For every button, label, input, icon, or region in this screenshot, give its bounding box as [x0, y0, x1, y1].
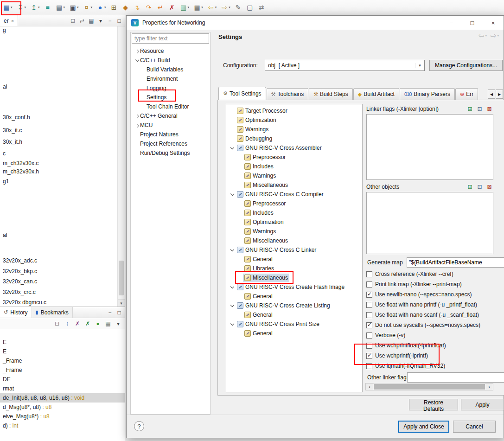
checkbox-row[interactable]: Use newlib-nano (--specs=nano.specs)	[366, 289, 480, 300]
scroll-left-icon[interactable]: ‹	[366, 383, 373, 390]
restore-defaults-button[interactable]: Restore Defaults	[409, 399, 458, 410]
minimize-icon[interactable]: −	[105, 308, 115, 317]
tab-build-artifact[interactable]: ◆ Build Artifact	[353, 88, 399, 100]
help-button[interactable]: ?	[134, 421, 144, 431]
tool-tree-item[interactable]: GNU RISC-V Cross Create Flash Image	[226, 282, 362, 292]
checkbox-row[interactable]: Do not use syscalls (--specs=nosys.specs…	[366, 320, 480, 330]
tab-bookmarks[interactable]: ▮ Bookmarks	[32, 307, 73, 318]
horizontal-scrollbar[interactable]: ‹ ›	[365, 383, 493, 390]
last-edit-icon[interactable]: ✎	[233, 1, 243, 13]
tool-tree-item[interactable]: GNU RISC-V Cross C Compiler	[226, 190, 362, 199]
explorer-item[interactable]: g1	[3, 178, 9, 185]
scrollbar-thumb[interactable]	[374, 384, 485, 390]
close-button[interactable]: ×	[483, 16, 504, 30]
outline-item[interactable]: d_Msg(u8*, u8) : u8	[0, 403, 125, 412]
tool-tree-item[interactable]: Miscellaneous	[226, 236, 362, 245]
tab-binary-parsers[interactable]: 010 Binary Parsers	[400, 88, 455, 100]
minimize-button[interactable]: −	[441, 16, 462, 30]
tab-history[interactable]: ↺ History	[0, 307, 32, 318]
maximize-icon[interactable]: □	[115, 308, 124, 317]
tool-tree-item[interactable]: Preprocessor	[226, 199, 362, 208]
skip-breakpoints-icon[interactable]: ✗	[167, 1, 177, 13]
tab-scroll-right-icon[interactable]: ▶	[496, 89, 503, 99]
properties-tree-item[interactable]: Logging	[132, 83, 209, 93]
tool-tree-item[interactable]: Optimization	[226, 217, 362, 227]
add-icon[interactable]: ⊞	[466, 183, 474, 191]
checkbox[interactable]	[366, 343, 372, 349]
chevron-down-icon[interactable]	[230, 304, 234, 308]
tool-tree-item[interactable]: General	[226, 310, 362, 320]
chevron-down-icon[interactable]	[135, 58, 139, 63]
scroll-down-icon[interactable]: ▾	[118, 299, 125, 307]
explorer-item[interactable]: 30x_conf.h	[3, 114, 30, 121]
checkbox[interactable]	[366, 363, 372, 369]
link-green-icon[interactable]: ●	[93, 319, 102, 328]
apply-and-close-button[interactable]: Apply and Close	[398, 421, 449, 433]
duplicate-icon[interactable]: ⊡	[476, 183, 484, 191]
checkbox[interactable]	[366, 312, 372, 318]
tool-tree-item[interactable]: GNU RISC-V Cross Create Listing	[226, 301, 362, 310]
tool-tree-item[interactable]: Optimization	[226, 115, 362, 125]
link-icon[interactable]: ⇄	[256, 1, 267, 13]
properties-tree-item[interactable]: Build Variables	[132, 65, 209, 74]
tab-error-parsers[interactable]: ⊗ Err	[455, 88, 478, 100]
tool-tree-item[interactable]: Warnings	[226, 171, 362, 180]
properties-tree-item[interactable]: Environment	[132, 74, 209, 83]
add-icon[interactable]: ⊞	[466, 105, 474, 113]
tool-tree-item[interactable]: Target Processor	[226, 106, 362, 115]
tool-tree-item[interactable]: Warnings	[226, 227, 362, 236]
explorer-item[interactable]: 32v20x_adc.c	[3, 257, 37, 265]
explorer-item[interactable]: 32v20x_bkp.c	[3, 268, 37, 275]
forward-button[interactable]: ⇨ ▾	[491, 32, 499, 40]
delete-icon[interactable]: ⊠	[485, 183, 493, 191]
delete-icon[interactable]: ⊠	[485, 105, 493, 113]
tool-tree-item[interactable]: Warnings	[226, 125, 362, 134]
linker-flags-list[interactable]	[366, 114, 493, 180]
chevron-down-icon[interactable]	[230, 248, 234, 252]
tab-build-steps[interactable]: ⚒ Build Steps	[309, 88, 353, 100]
configuration-select[interactable]: obj [ Active ] ▾	[265, 60, 425, 71]
tool-tree-item[interactable]: General	[226, 292, 362, 301]
outline-item[interactable]: d) : int	[0, 421, 125, 430]
properties-tree-item[interactable]: Settings	[132, 93, 209, 102]
outline-item[interactable]: DE	[0, 375, 125, 384]
generate-map-input[interactable]	[407, 257, 504, 268]
apply-button[interactable]: Apply	[461, 399, 504, 410]
outline-item[interactable]: _Frame	[0, 365, 125, 375]
checkbox-row[interactable]: Cross reference (-Xlinker --cref)	[366, 269, 480, 279]
tool-tree-item[interactable]: Miscellaneous	[226, 180, 362, 190]
tool-tree-item[interactable]: Libraries	[226, 264, 362, 273]
sort-icon[interactable]: ↕	[63, 319, 72, 328]
checkbox-row[interactable]: Print link map (-Xlinker --print-map)	[366, 279, 480, 289]
explorer-item[interactable]: m_ch32v30x.c	[3, 160, 38, 167]
other-linker-flags-input[interactable]	[407, 372, 504, 383]
import-chart-icon[interactable]: ↧ ▾	[15, 1, 28, 13]
outline-item[interactable]: E	[0, 338, 125, 347]
tab-tool-settings[interactable]: ⚙ Tool Settings	[218, 87, 266, 100]
stack-icon[interactable]: ≡	[43, 1, 53, 13]
properties-tree-item[interactable]: C/C++ Build	[132, 56, 209, 65]
duplicate-icon[interactable]: ⊡	[476, 105, 484, 113]
back-icon[interactable]: ⇦ ▾	[206, 1, 218, 13]
explorer-item[interactable]: 32v20x_can.c	[3, 278, 37, 286]
hierarchy-icon[interactable]: ▦	[103, 319, 113, 328]
checkbox-row[interactable]: Use wchprintfloat(-lprintfloat)	[366, 340, 480, 351]
properties-tree-item[interactable]: MCU	[132, 121, 209, 130]
properties-tree-item[interactable]: Project Natures	[132, 130, 209, 139]
checkbox-row[interactable]: Use float with nano scanf (-u _scanf_flo…	[366, 310, 480, 320]
tool-tree-item[interactable]: General	[226, 255, 362, 264]
console-icon[interactable]: ▣ ▾	[68, 1, 80, 13]
new-window-icon[interactable]: ▢	[245, 1, 255, 13]
hide-fields-icon[interactable]: ✗	[73, 319, 82, 328]
tool-tree-item[interactable]: Includes	[226, 208, 362, 217]
tool-tree-item[interactable]: GNU RISC-V Cross Print Size	[226, 320, 362, 329]
checkbox[interactable]	[366, 332, 372, 339]
explorer-item[interactable]: al	[3, 231, 7, 239]
checkbox[interactable]	[366, 302, 372, 308]
scrollbar-thumb[interactable]	[119, 261, 124, 295]
calc-icon[interactable]: ⊞	[109, 1, 119, 13]
chevron-down-icon[interactable]	[230, 285, 234, 289]
view-menu-icon[interactable]: ▾	[114, 319, 123, 328]
dialog-titlebar[interactable]: V Properties for Networking − □ ×	[127, 16, 504, 30]
step-into-icon[interactable]: ↴	[132, 1, 142, 13]
